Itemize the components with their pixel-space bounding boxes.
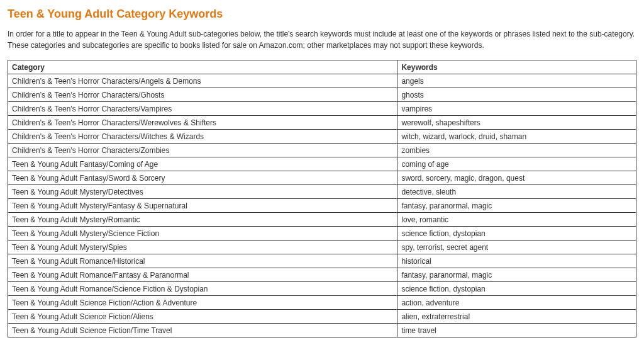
cell-category: Teen & Young Adult Mystery/Fantasy & Sup… [8, 199, 397, 213]
cell-keywords: detective, sleuth [397, 185, 636, 199]
cell-keywords: ghosts [397, 88, 636, 102]
cell-keywords: witch, wizard, warlock, druid, shaman [397, 130, 636, 144]
cell-keywords: alien, extraterrestrial [397, 310, 636, 324]
table-row: Children's & Teen's Horror Characters/We… [8, 116, 636, 130]
cell-keywords: coming of age [397, 157, 636, 171]
table-row: Teen & Young Adult Mystery/Science Ficti… [8, 227, 636, 241]
table-row: Teen & Young Adult Romance/Historicalhis… [8, 254, 636, 268]
table-row: Children's & Teen's Horror Characters/Va… [8, 102, 636, 116]
cell-category: Teen & Young Adult Science Fiction/Time … [8, 324, 397, 337]
table-row: Teen & Young Adult Fantasy/Coming of Age… [8, 157, 636, 171]
cell-keywords: fantasy, paranormal, magic [397, 268, 636, 282]
table-row: Teen & Young Adult Romance/Fantasy & Par… [8, 268, 636, 282]
table-row: Teen & Young Adult Romance/Science Ficti… [8, 282, 636, 296]
cell-keywords: werewolf, shapeshifters [397, 116, 636, 130]
cell-category: Teen & Young Adult Fantasy/Coming of Age [8, 157, 397, 171]
cell-category: Children's & Teen's Horror Characters/Gh… [8, 88, 397, 102]
table-header-row: Category Keywords [8, 60, 636, 74]
table-row: Teen & Young Adult Science Fiction/Time … [8, 324, 636, 337]
cell-category: Teen & Young Adult Romance/Science Ficti… [8, 282, 397, 296]
cell-keywords: love, romantic [397, 213, 636, 227]
table-row: Teen & Young Adult Mystery/Spiesspy, ter… [8, 241, 636, 254]
table-row: Children's & Teen's Horror Characters/Wi… [8, 130, 636, 144]
header-keywords: Keywords [397, 60, 636, 74]
cell-category: Teen & Young Adult Mystery/Science Ficti… [8, 227, 397, 241]
cell-keywords: science fiction, dystopian [397, 282, 636, 296]
cell-category: Children's & Teen's Horror Characters/Wi… [8, 130, 397, 144]
cell-category: Teen & Young Adult Mystery/Detectives [8, 185, 397, 199]
cell-category: Children's & Teen's Horror Characters/We… [8, 116, 397, 130]
cell-keywords: sword, sorcery, magic, dragon, quest [397, 171, 636, 185]
keywords-table: Category Keywords Children's & Teen's Ho… [8, 60, 636, 337]
cell-keywords: spy, terrorist, secret agent [397, 241, 636, 254]
cell-keywords: zombies [397, 144, 636, 157]
cell-category: Teen & Young Adult Mystery/Romantic [8, 213, 397, 227]
cell-category: Teen & Young Adult Romance/Fantasy & Par… [8, 268, 397, 282]
cell-keywords: historical [397, 254, 636, 268]
table-row: Children's & Teen's Horror Characters/Zo… [8, 144, 636, 157]
cell-category: Children's & Teen's Horror Characters/Va… [8, 102, 397, 116]
table-row: Teen & Young Adult Fantasy/Sword & Sorce… [8, 171, 636, 185]
cell-keywords: science fiction, dystopian [397, 227, 636, 241]
cell-keywords: fantasy, paranormal, magic [397, 199, 636, 213]
cell-category: Teen & Young Adult Science Fiction/Actio… [8, 296, 397, 310]
cell-keywords: vampires [397, 102, 636, 116]
header-category: Category [8, 60, 397, 74]
intro-text: In order for a title to appear in the Te… [8, 28, 636, 51]
table-row: Children's & Teen's Horror Characters/Gh… [8, 88, 636, 102]
table-row: Teen & Young Adult Science Fiction/Alien… [8, 310, 636, 324]
cell-keywords: time travel [397, 324, 636, 337]
cell-keywords: angels [397, 74, 636, 88]
cell-category: Children's & Teen's Horror Characters/Zo… [8, 144, 397, 157]
table-row: Teen & Young Adult Science Fiction/Actio… [8, 296, 636, 310]
cell-category: Teen & Young Adult Mystery/Spies [8, 241, 397, 254]
table-row: Children's & Teen's Horror Characters/An… [8, 74, 636, 88]
table-row: Teen & Young Adult Mystery/Fantasy & Sup… [8, 199, 636, 213]
table-row: Teen & Young Adult Mystery/Detectivesdet… [8, 185, 636, 199]
cell-keywords: action, adventure [397, 296, 636, 310]
cell-category: Teen & Young Adult Romance/Historical [8, 254, 397, 268]
cell-category: Children's & Teen's Horror Characters/An… [8, 74, 397, 88]
page-title: Teen & Young Adult Category Keywords [8, 8, 636, 21]
cell-category: Teen & Young Adult Fantasy/Sword & Sorce… [8, 171, 397, 185]
table-row: Teen & Young Adult Mystery/Romanticlove,… [8, 213, 636, 227]
cell-category: Teen & Young Adult Science Fiction/Alien… [8, 310, 397, 324]
